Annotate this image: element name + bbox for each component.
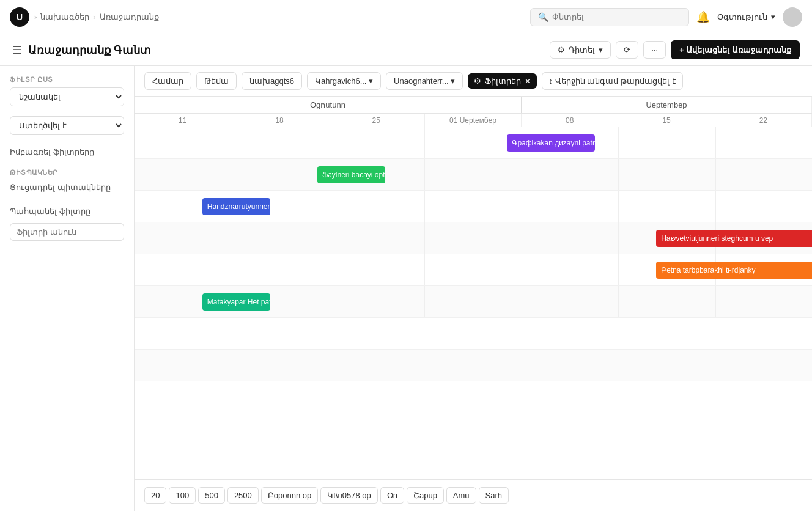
breadcrumb-item-2[interactable]: Առաջադրանք bbox=[100, 12, 159, 21]
gantt-bar-2[interactable]: Handznarrutyunneri Het kapi karavarmman … bbox=[202, 198, 270, 215]
breadcrumb: › նախագծեր › Առաջադրանք bbox=[34, 12, 159, 21]
avatar[interactable] bbox=[783, 7, 802, 27]
page-btn-half[interactable]: Կt\u0578 op bbox=[320, 487, 377, 504]
gantt-cell-2-2 bbox=[328, 191, 425, 222]
sort-button[interactable]: ↕ Վերջին անգամ թարմացվել է bbox=[542, 72, 682, 90]
toolbar: Համար Թեմա նախagqts6 Կahrgavich6... ▾ Un… bbox=[135, 66, 812, 97]
page-btn-year[interactable]: Sarh bbox=[479, 487, 509, 504]
gantt-area: Օgոutunn Ueptembeр 11 18 25 01 Uepteмбeр… bbox=[135, 97, 812, 479]
add-task-button[interactable]: + Ավելացնել Առաջադրանք bbox=[671, 40, 800, 59]
toolbar-btn-theme[interactable]: Թեմա bbox=[196, 72, 237, 90]
page-btn-500[interactable]: 500 bbox=[198, 487, 225, 504]
filter-icon: ⚙ bbox=[558, 45, 565, 54]
notification-bell-icon[interactable]: 🔔 bbox=[696, 10, 710, 24]
filter-tag-label: Ֆիլտրեր bbox=[485, 76, 521, 86]
gantt-cell-5-3 bbox=[425, 286, 522, 317]
sidebar-status-section: Ստեղծվել է bbox=[10, 116, 124, 135]
gantt-cell-1-3 bbox=[425, 159, 522, 190]
show-hints-link[interactable]: Ցուցադրել պիտակները bbox=[10, 180, 124, 194]
gantt-body: Գрафікаkan диzayni patrastum (TASK-2024-… bbox=[135, 127, 812, 413]
save-filter-link[interactable]: Պահպանել ֆիլտրը bbox=[10, 204, 124, 218]
filter-name-input[interactable] bbox=[10, 223, 124, 241]
page-btn-week[interactable]: Շapup bbox=[407, 487, 444, 504]
gantt-row-5: Matakyapar Het paymanb (TASK-2024-00002) bbox=[135, 286, 812, 318]
filter-view-button[interactable]: ⚙ Դիտել ▾ bbox=[550, 41, 611, 59]
toolbar-btn-number[interactable]: Համար bbox=[144, 72, 191, 90]
gantt-bar-5[interactable]: Matakyapar Het paymanb (TASK-2024-00002) bbox=[202, 293, 270, 311]
breadcrumb-sep-2: › bbox=[93, 12, 95, 21]
page-btn-2500[interactable]: 2500 bbox=[227, 487, 259, 504]
gantt-cell-4-1 bbox=[231, 254, 328, 285]
toolbar-btn-project[interactable]: նախagqts6 bbox=[242, 72, 302, 90]
gantt-month-august: Օgոutunn bbox=[135, 97, 522, 113]
logo-u-text: U bbox=[17, 12, 23, 22]
gantt-row-8 bbox=[135, 381, 812, 413]
gantt-bar-4[interactable]: Բetna tarbpbarakhi tнrdjanky bbox=[656, 262, 812, 279]
user-menu-label: Օգտություն bbox=[717, 12, 767, 21]
sidebar-status-dropdown[interactable]: Ստեղծվել է bbox=[10, 116, 124, 135]
gantt-cell-1-4 bbox=[522, 159, 619, 190]
gantt-row-0: Գрафікаkan диzayni patrastum (TASK-2024-… bbox=[135, 127, 812, 159]
gantt-cell-0-1 bbox=[231, 127, 328, 158]
gantt-bar-3[interactable]: Haשvetviutjunneri steghcum u vep bbox=[656, 230, 812, 247]
gantt-cell-2-6 bbox=[716, 191, 812, 222]
gantt-week-25: 25 bbox=[328, 114, 425, 127]
sidebar-embed-section: Իմբագռել ֆիլտրերը bbox=[10, 145, 124, 159]
gantt-week-18: 18 bbox=[231, 114, 328, 127]
gantt-row-2: Handznarrutyunneri Het kapi karavarmman … bbox=[135, 191, 812, 222]
gantt-cell-5-2 bbox=[328, 286, 425, 317]
gantt-cell-1-0 bbox=[135, 159, 231, 190]
gantt-cell-2-5 bbox=[619, 191, 715, 222]
refresh-button[interactable]: ⟳ bbox=[616, 41, 638, 59]
gantt-row-3: Haשvetviutjunneri steghcum u vep bbox=[135, 222, 812, 254]
gantt-bar-1[interactable]: Ֆaylneri bacayi optim (TASK-2024-00008) bbox=[317, 166, 385, 183]
gantt-cell-4-2 bbox=[328, 254, 425, 285]
toolbar-btn-status[interactable]: Կahrgavich6... ▾ bbox=[307, 72, 381, 90]
gantt-cell-3-2 bbox=[328, 222, 425, 254]
more-button[interactable]: ··· bbox=[643, 41, 666, 59]
header: U › նախագծեր › Առաջադրանք 🔍 🔔 Օգտություն… bbox=[0, 0, 812, 34]
toolbar-btn-sub[interactable]: Unaognahterr... ▾ bbox=[386, 72, 463, 90]
gantt-cell-5-4 bbox=[522, 286, 619, 317]
page-title-right: ⚙ Դիտել ▾ ⟳ ··· + Ավելացնել Առաջադրանք bbox=[550, 40, 800, 59]
sidebar-filter-label: Ֆիլտր ըստ bbox=[10, 76, 124, 84]
gantt-row-7 bbox=[135, 350, 812, 381]
embed-filters-link[interactable]: Իմբագռել ֆիլտրերը bbox=[10, 145, 124, 159]
gantt-week-08: 08 bbox=[522, 114, 618, 127]
breadcrumb-sep-1: › bbox=[34, 12, 37, 21]
page-btn-100[interactable]: 100 bbox=[169, 487, 196, 504]
refresh-icon: ⟳ bbox=[624, 45, 630, 54]
gantt-cell-3-1 bbox=[231, 222, 328, 254]
gantt-cell-1-5 bbox=[619, 159, 715, 190]
gantt-cell-2-4 bbox=[522, 191, 619, 222]
page-btn-on[interactable]: Օn bbox=[380, 487, 404, 504]
gantt-week-01sep: 01 Uepteмбeр bbox=[425, 114, 522, 127]
main-layout: Ֆիլտր ըստ նշանակել Ստեղծվել է Իմբագռել ֆ… bbox=[0, 66, 812, 511]
gantt-bar-0[interactable]: Գрафікаkan диzayni patrastum (TASK-2024-… bbox=[507, 134, 595, 152]
gantt-month-september: Ueptembeр bbox=[522, 97, 812, 113]
page-title-left: ☰ Առաջադրանք Գանտ bbox=[12, 43, 151, 57]
gantt-cell-3-4 bbox=[522, 222, 619, 254]
search-box[interactable]: 🔍 bbox=[530, 8, 689, 26]
gantt-cell-4-0 bbox=[135, 254, 231, 285]
filter-tag-close-icon[interactable]: ✕ bbox=[525, 77, 531, 86]
gantt-week-row: 11 18 25 01 Uepteмбeр 08 15 22 bbox=[135, 114, 812, 127]
gantt-bar-5-label: Matakyapar Het paymanb (TASK-2024-00002) bbox=[207, 298, 270, 306]
search-icon: 🔍 bbox=[538, 12, 548, 22]
breadcrumb-item-1[interactable]: նախագծեր bbox=[40, 12, 89, 21]
page-btn-20[interactable]: 20 bbox=[144, 487, 166, 504]
filter-tag[interactable]: ⚙ Ֆիլտրեր ✕ bbox=[468, 73, 537, 89]
header-right: 🔍 🔔 Օգտություն ▾ bbox=[530, 7, 802, 27]
gantt-bar-3-label: Haשvetviutjunneri steghcum u vep bbox=[661, 234, 773, 243]
gantt-cell-1-6 bbox=[716, 159, 812, 190]
sort-label: Վերջին անգամ թարմացվել է bbox=[555, 76, 676, 86]
gantt-cell-0-0 bbox=[135, 127, 231, 158]
search-input[interactable] bbox=[552, 12, 681, 21]
sidebar-filter-dropdown[interactable]: նշանակել bbox=[10, 87, 124, 106]
logo-icon: U bbox=[10, 7, 29, 27]
page-btn-month[interactable]: Amu bbox=[446, 487, 476, 504]
sort-icon: ↕ bbox=[548, 76, 553, 86]
hamburger-icon[interactable]: ☰ bbox=[12, 43, 22, 57]
user-menu[interactable]: Օգտություն ▾ bbox=[717, 12, 775, 21]
page-btn-quarter[interactable]: Բoponnn op bbox=[261, 487, 318, 504]
